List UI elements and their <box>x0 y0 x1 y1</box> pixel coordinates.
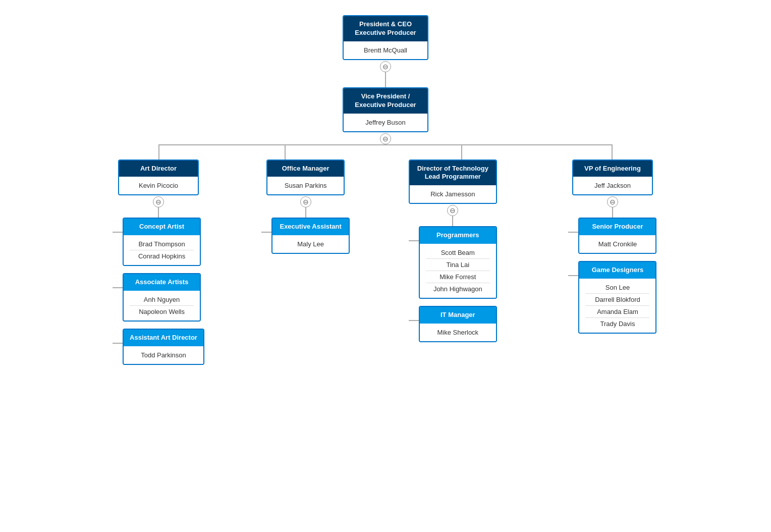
office-manager-person: Susan Parkins <box>273 180 338 191</box>
art-director-card: Art Director Kevin Picocio <box>118 159 199 196</box>
art-collapse-btn[interactable]: ⊖ <box>153 196 164 207</box>
art-director-person: Kevin Picocio <box>125 180 192 191</box>
office-collapse-btn[interactable]: ⊖ <box>300 196 311 207</box>
engineering-branch: VP of Engineering Jeff Jackson ⊖ Senior … <box>537 159 688 334</box>
tech-director-card: Director of Technology Lead Programmer R… <box>409 159 497 204</box>
vp-collapse-btn[interactable]: ⊖ <box>380 133 391 144</box>
assoc-artists-body: Anh Nguyen Napoleon Wells <box>124 291 200 321</box>
asst-art-hline <box>113 343 123 344</box>
game-designers-row: Game Designers Son Lee Darrell Blokford … <box>568 261 656 334</box>
vp-engineering-body: Jeff Jackson <box>573 177 652 194</box>
main-branches-row: Art Director Kevin Picocio ⊖ Concept Art… <box>83 159 688 365</box>
senior-producer-title: Senior Producer <box>579 219 655 235</box>
main-hconnector <box>83 144 688 159</box>
programmers-hline <box>409 240 419 241</box>
exec-asst-row: Executive Assistant Maly Lee <box>261 218 350 254</box>
game-designer-3: Trady Davis <box>585 317 649 330</box>
concept-artist-card: Concept Artist Brad Thompson Conrad Hopk… <box>123 218 201 266</box>
exec-asst-title: Executive Assistant <box>272 219 349 235</box>
exec-asst-person-0: Maly Lee <box>279 238 343 250</box>
programmers-title: Programmers <box>420 227 496 244</box>
programmers-card: Programmers Scott Beam Tina Lai Mike For… <box>419 226 497 299</box>
tech-vline-top <box>461 144 462 159</box>
concept-person-0: Brad Thompson <box>130 238 194 250</box>
tech-director-person: Rick Jamesson <box>416 188 490 200</box>
exec-asst-hline <box>261 232 271 233</box>
asst-art-director-body: Todd Parkinson <box>124 346 203 364</box>
senior-producer-person-0: Matt Cronkile <box>585 238 649 250</box>
senior-producer-card: Senior Producer Matt Cronkile <box>578 218 656 254</box>
game-designers-title: Game Designers <box>579 262 655 279</box>
org-chart-container: President & CEO Executive Producer Brent… <box>0 0 771 380</box>
art-sub-children: Concept Artist Brad Thompson Conrad Hopk… <box>113 218 204 365</box>
it-manager-hline <box>409 320 419 321</box>
tech-collapse-btn[interactable]: ⊖ <box>447 205 458 216</box>
senior-producer-hline <box>568 232 578 233</box>
asst-art-row: Assistant Art Director Todd Parkinson <box>113 329 204 365</box>
ceo-body: Brentt McQuall <box>344 41 427 59</box>
concept-artist-body: Brad Thompson Conrad Hopkins <box>124 235 200 265</box>
tech-director-body: Rick Jamesson <box>410 185 496 203</box>
art-director-title: Art Director <box>119 161 198 177</box>
ceo-collapse-btn[interactable]: ⊖ <box>380 61 391 72</box>
vp-engineering-card: VP of Engineering Jeff Jackson <box>572 159 653 196</box>
game-designer-0: Son Lee <box>585 282 649 293</box>
ceo-title: President & CEO Executive Producer <box>344 16 427 41</box>
asst-art-director-card: Assistant Art Director Todd Parkinson <box>123 329 204 365</box>
ceo-vline <box>385 72 386 87</box>
asst-art-director-title: Assistant Art Director <box>124 330 203 346</box>
game-designers-card: Game Designers Son Lee Darrell Blokford … <box>578 261 656 334</box>
programmer-0: Scott Beam <box>426 247 490 258</box>
tech-director-title: Director of Technology Lead Programmer <box>410 161 496 186</box>
eng-vline-top <box>612 144 613 159</box>
game-designers-body: Son Lee Darrell Blokford Amanda Elam Tra… <box>579 279 655 333</box>
office-vline-seg <box>305 207 306 218</box>
exec-asst-body: Maly Lee <box>272 235 349 253</box>
vp-engineering-person: Jeff Jackson <box>579 180 646 191</box>
it-manager-body: Mike Sherlock <box>420 324 496 341</box>
programmers-row: Programmers Scott Beam Tina Lai Mike For… <box>409 226 497 299</box>
art-director-body: Kevin Picocio <box>119 177 198 194</box>
assoc-artists-card: Associate Artists Anh Nguyen Napoleon We… <box>123 273 201 322</box>
tech-vline-seg <box>452 216 453 226</box>
exec-asst-card: Executive Assistant Maly Lee <box>271 218 350 254</box>
concept-artist-title: Concept Artist <box>124 219 200 235</box>
senior-producer-row: Senior Producer Matt Cronkile <box>568 218 656 254</box>
ceo-level: President & CEO Executive Producer Brent… <box>343 15 428 87</box>
office-branch: Office Manager Susan Parkins ⊖ Executive… <box>243 159 369 254</box>
ceo-person: Brentt McQuall <box>350 44 421 56</box>
vp-card: Vice President / Executive Producer Jeff… <box>343 87 428 132</box>
assoc-person-0: Anh Nguyen <box>130 294 194 305</box>
game-designer-2: Amanda Elam <box>585 305 649 317</box>
it-person-0: Mike Sherlock <box>426 327 490 338</box>
game-designers-hline <box>568 275 578 276</box>
office-manager-card: Office Manager Susan Parkins <box>266 159 345 196</box>
eng-collapse-btn[interactable]: ⊖ <box>607 196 618 207</box>
programmer-2: Mike Forrest <box>426 271 490 283</box>
eng-vline-seg <box>612 207 613 218</box>
assoc-person-1: Napoleon Wells <box>130 305 194 317</box>
office-manager-title: Office Manager <box>267 161 344 177</box>
asst-art-person-0: Todd Parkinson <box>130 349 197 361</box>
it-manager-title: IT Manager <box>420 307 496 324</box>
concept-row: Concept Artist Brad Thompson Conrad Hopk… <box>113 218 201 266</box>
senior-producer-body: Matt Cronkile <box>579 235 655 253</box>
vp-title: Vice President / Executive Producer <box>344 88 427 114</box>
ceo-card: President & CEO Executive Producer Brent… <box>343 15 428 60</box>
assoc-artists-title: Associate Artists <box>124 274 200 291</box>
office-sub-children: Executive Assistant Maly Lee <box>261 218 350 254</box>
eng-sub-children: Senior Producer Matt Cronkile Game Desig… <box>568 218 656 334</box>
tech-sub-children: Programmers Scott Beam Tina Lai Mike For… <box>409 226 497 342</box>
programmers-body: Scott Beam Tina Lai Mike Forrest John Hi… <box>420 244 496 298</box>
concept-hline <box>113 232 123 233</box>
vp-person: Jeffrey Buson <box>350 117 421 128</box>
art-branch: Art Director Kevin Picocio ⊖ Concept Art… <box>83 159 234 365</box>
assoc-row: Associate Artists Anh Nguyen Napoleon We… <box>113 273 201 322</box>
assoc-hline <box>113 287 123 288</box>
it-manager-card: IT Manager Mike Sherlock <box>419 306 497 342</box>
vp-body: Jeffrey Buson <box>344 114 427 131</box>
programmer-3: John Highwagon <box>426 283 490 295</box>
office-vline-top <box>285 144 286 159</box>
concept-person-1: Conrad Hopkins <box>130 250 194 262</box>
programmer-1: Tina Lai <box>426 258 490 271</box>
